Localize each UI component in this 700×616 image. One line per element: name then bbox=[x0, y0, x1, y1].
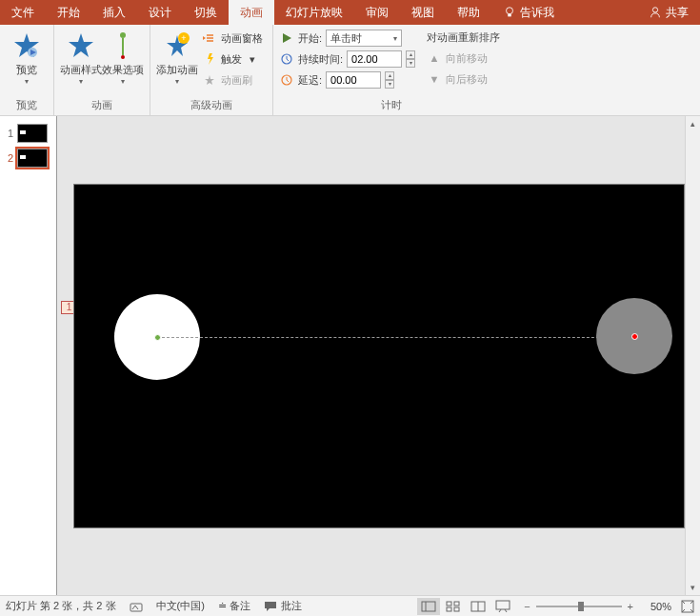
ribbon-group-preview: 预览 ▾ 预览 bbox=[0, 25, 54, 115]
zoom-slider[interactable] bbox=[536, 606, 622, 607]
star-icon bbox=[66, 30, 96, 61]
tab-help[interactable]: 帮助 bbox=[446, 0, 491, 25]
fit-window-button[interactable] bbox=[681, 600, 694, 613]
tab-home[interactable]: 开始 bbox=[46, 0, 91, 25]
painter-icon bbox=[202, 72, 217, 88]
duration-spinner[interactable]: ▴▾ bbox=[406, 50, 415, 68]
down-arrow-icon: ▼ bbox=[427, 71, 442, 87]
svg-point-9 bbox=[121, 55, 125, 59]
spellcheck-icon bbox=[130, 600, 143, 613]
group-label-timing: 计时 bbox=[273, 96, 510, 115]
main-area: 1 2 1 ▴ ▾ bbox=[0, 116, 700, 595]
svg-text:+: + bbox=[181, 33, 186, 43]
add-animation-button[interactable]: + 添加动画 ▾ bbox=[156, 29, 198, 86]
share-button[interactable]: 共享 bbox=[637, 5, 700, 21]
tab-file[interactable]: 文件 bbox=[0, 0, 46, 25]
move-forward-button[interactable]: ▲ 向前移动 bbox=[423, 49, 504, 68]
star-preview-icon bbox=[11, 30, 42, 61]
group-label-preview: 预览 bbox=[0, 96, 53, 115]
tab-transition[interactable]: 切换 bbox=[183, 0, 229, 25]
slideshow-view-button[interactable] bbox=[491, 598, 514, 615]
duration-input[interactable] bbox=[347, 50, 402, 68]
delay-input[interactable] bbox=[326, 71, 381, 89]
effect-options-button[interactable]: 效果选项 ▾ bbox=[102, 29, 144, 86]
svg-marker-14 bbox=[208, 53, 213, 65]
tab-design[interactable]: 设计 bbox=[137, 0, 183, 25]
ribbon-group-advanced: + 添加动画 ▾ 动画窗格 触发 ▾ 动画刷 bbox=[150, 25, 273, 115]
svg-marker-13 bbox=[203, 36, 206, 40]
svg-rect-22 bbox=[447, 602, 451, 606]
comments-button[interactable]: 批注 bbox=[264, 599, 302, 613]
tab-review[interactable]: 审阅 bbox=[354, 0, 400, 25]
status-bar: 幻灯片 第 2 张，共 2 张 中文(中国) ≐ 备注 批注 − + 50% bbox=[0, 595, 700, 616]
menubar: 文件 开始 插入 设计 切换 动画 幻灯片放映 审阅 视图 帮助 告诉我 共享 bbox=[0, 0, 700, 25]
play-icon bbox=[279, 30, 294, 46]
svg-rect-23 bbox=[454, 602, 459, 606]
add-animation-icon: + bbox=[162, 30, 192, 61]
comment-icon bbox=[264, 600, 277, 613]
reorder-label: 对动画重新排序 bbox=[423, 29, 504, 47]
notes-button[interactable]: ≐ 备注 bbox=[218, 599, 250, 613]
animation-painter-button[interactable]: 动画刷 bbox=[198, 70, 267, 89]
tab-view[interactable]: 视图 bbox=[400, 0, 446, 25]
svg-marker-6 bbox=[69, 33, 93, 57]
thumbnail-panel: 1 2 bbox=[0, 116, 57, 595]
scroll-down-icon[interactable]: ▾ bbox=[686, 580, 700, 595]
svg-point-2 bbox=[652, 8, 657, 12]
animation-pane-button[interactable]: 动画窗格 bbox=[198, 29, 267, 48]
share-icon bbox=[649, 6, 662, 19]
duration-label: 持续时间: bbox=[298, 52, 343, 67]
spellcheck-button[interactable] bbox=[130, 600, 143, 613]
notes-icon: ≐ bbox=[218, 600, 226, 612]
delay-spinner[interactable]: ▴▾ bbox=[385, 71, 394, 89]
svg-rect-28 bbox=[496, 601, 510, 609]
language[interactable]: 中文(中国) bbox=[156, 599, 205, 613]
svg-rect-25 bbox=[454, 607, 459, 611]
svg-marker-16 bbox=[283, 33, 291, 43]
motion-path-start-handle[interactable] bbox=[154, 334, 161, 341]
up-arrow-icon: ▲ bbox=[427, 50, 442, 66]
svg-rect-20 bbox=[422, 602, 435, 611]
zoom-out-button[interactable]: − bbox=[524, 601, 530, 612]
slide-info[interactable]: 幻灯片 第 2 张，共 2 张 bbox=[6, 599, 116, 613]
svg-point-7 bbox=[120, 32, 126, 38]
clock-icon bbox=[279, 51, 294, 67]
delay-clock-icon bbox=[279, 72, 294, 88]
motion-path-line[interactable] bbox=[162, 337, 632, 338]
thumbnail-1[interactable]: 1 bbox=[0, 124, 56, 143]
trigger-icon bbox=[202, 51, 217, 67]
svg-rect-24 bbox=[447, 607, 451, 611]
pane-icon bbox=[202, 30, 217, 46]
sorter-view-button[interactable] bbox=[442, 598, 465, 615]
zoom-value[interactable]: 50% bbox=[639, 601, 671, 612]
preview-button[interactable]: 预览 ▾ bbox=[6, 29, 48, 86]
slide-canvas[interactable] bbox=[74, 185, 684, 527]
zoom-in-button[interactable]: + bbox=[628, 601, 633, 612]
vertical-scrollbar[interactable]: ▴ ▾ bbox=[685, 116, 700, 595]
thumbnail-2[interactable]: 2 bbox=[0, 149, 56, 168]
lightbulb-icon bbox=[503, 6, 516, 19]
tell-me[interactable]: 告诉我 bbox=[491, 5, 566, 21]
ribbon-group-animation: 动画样式 ▾ 效果选项 ▾ 动画 bbox=[54, 25, 150, 115]
tab-insert[interactable]: 插入 bbox=[91, 0, 137, 25]
ribbon-group-timing: 开始: 单击时▾ 持续时间: ▴▾ 延迟: ▴▾ bbox=[273, 25, 510, 115]
scroll-up-icon[interactable]: ▴ bbox=[686, 116, 700, 131]
svg-point-0 bbox=[507, 8, 513, 14]
tab-slideshow[interactable]: 幻灯片放映 bbox=[274, 0, 354, 25]
trigger-button[interactable]: 触发 ▾ bbox=[198, 50, 267, 69]
slide-editor[interactable]: 1 ▴ ▾ bbox=[57, 116, 700, 595]
delay-label: 延迟: bbox=[298, 73, 322, 88]
svg-marker-15 bbox=[205, 75, 214, 85]
reading-view-button[interactable] bbox=[467, 598, 490, 615]
animation-style-button[interactable]: 动画样式 ▾ bbox=[60, 29, 102, 86]
move-backward-button[interactable]: ▼ 向后移动 bbox=[423, 70, 504, 89]
group-label-advanced: 高级动画 bbox=[150, 96, 272, 115]
svg-rect-1 bbox=[508, 14, 511, 17]
effect-options-icon bbox=[108, 30, 138, 61]
zoom-control: − + 50% bbox=[524, 600, 694, 613]
normal-view-button[interactable] bbox=[417, 598, 440, 615]
motion-path-end-handle[interactable] bbox=[631, 333, 638, 340]
group-label-animation: 动画 bbox=[54, 96, 150, 115]
start-select[interactable]: 单击时▾ bbox=[326, 30, 402, 47]
tab-animation[interactable]: 动画 bbox=[229, 0, 274, 25]
